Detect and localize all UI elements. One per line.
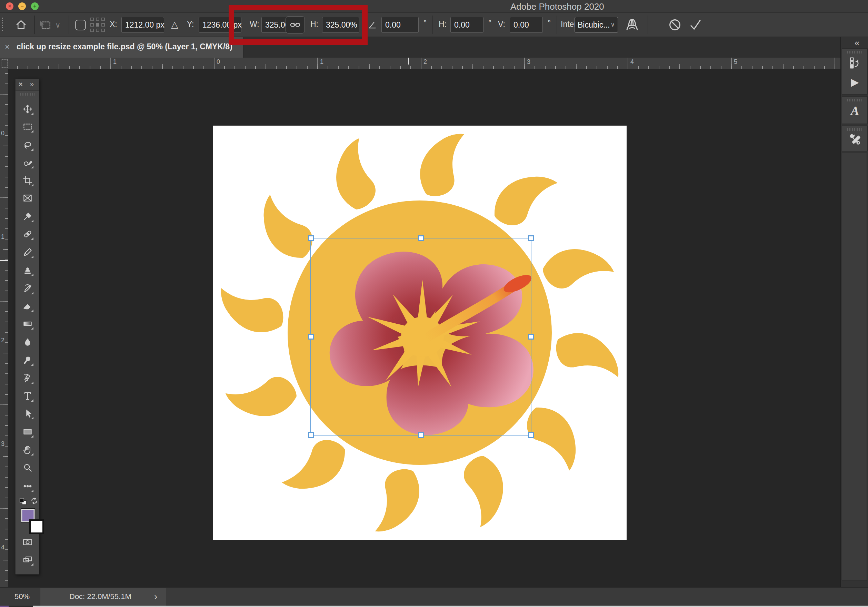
tools-panel-grip[interactable] [20,93,35,96]
ruler-label: 0 [1,130,5,137]
y-label: Y: [187,20,194,29]
document-size-box[interactable]: Doc: 22.0M/55.1M › [40,588,166,606]
move-tool-preset-icon[interactable] [39,19,53,31]
x-label: X: [110,20,117,29]
expand-panel-icon[interactable]: » [30,80,33,88]
dodge-tool[interactable] [22,354,34,366]
background-color-swatch[interactable] [29,519,44,534]
transform-handle-top-left[interactable] [308,235,314,241]
edit-toolbar-icon[interactable] [22,480,34,492]
document-tab[interactable]: × click up resize example file.psd @ 50%… [0,37,243,57]
ruler-label: 3 [1,440,5,447]
ruler-position-marker [408,57,409,65]
quick-mask-mode-button[interactable] [22,536,34,548]
panel-group-glyphs: A [842,96,868,124]
collapse-dock-icon[interactable]: « [854,37,858,48]
zoom-window-button[interactable]: + [31,2,39,10]
close-tab-icon[interactable]: × [5,42,10,52]
title-bar: × − + Adobe Photoshop 2020 [0,0,868,13]
horizontal-skew-label: H: [439,20,446,29]
chevron-right-icon[interactable]: › [154,591,157,602]
warp-mode-icon[interactable] [625,18,639,32]
rectangle-shape-tool[interactable] [22,425,34,438]
ruler-label: 1 [320,58,324,65]
vertical-skew-field[interactable]: 0.00 [510,17,543,33]
panel-group-tool-presets [842,126,868,151]
commit-transform-icon[interactable] [688,18,703,32]
zoom-tool[interactable] [22,461,34,474]
pen-tool[interactable] [22,372,34,384]
options-bar-grip[interactable] [2,18,3,32]
rectangular-marquee-tool[interactable] [22,120,34,133]
panel-grip[interactable] [847,51,862,53]
panel-grip[interactable] [847,99,862,101]
separator [34,16,35,34]
frame-tool[interactable] [22,192,34,204]
reference-point-locator[interactable] [90,18,105,33]
free-transform-bounding-box[interactable] [310,238,532,436]
v-skew-degree-unit: ° [548,18,551,28]
cancel-transform-icon[interactable] [668,18,682,32]
tools-panel: × » [15,79,39,574]
home-icon[interactable] [15,19,27,31]
tool-preset-caret[interactable]: ∨ [55,21,60,29]
toggle-reference-point-checkbox[interactable] [75,20,86,30]
glyphs-panel-icon[interactable]: A [848,104,862,117]
actions-panel-icon[interactable]: ▶ [848,76,862,88]
path-selection-tool[interactable] [22,407,34,420]
default-colors-icon[interactable] [19,497,28,506]
panel-dock: « ▶ A [840,37,868,587]
history-brush-tool[interactable] [22,282,34,295]
transform-handle-top-right[interactable] [528,235,534,241]
zoom-level-field[interactable]: 50% [14,592,29,601]
transform-handle-bottom-right[interactable] [528,432,534,438]
close-icon[interactable]: × [19,81,23,88]
panel-grip[interactable] [847,128,862,131]
tools-panel-header[interactable]: × » [16,79,39,91]
annotation-highlight-box [229,5,367,45]
gradient-tool[interactable] [22,317,34,330]
h-skew-degree-unit: ° [488,18,491,28]
hand-tool[interactable] [22,443,34,456]
brush-tool[interactable] [22,246,34,258]
separator [69,16,69,34]
blur-tool[interactable] [22,336,34,348]
tool-presets-panel-icon[interactable] [848,133,862,146]
ruler-origin-box[interactable] [0,57,8,69]
separator [432,16,433,34]
interpolation-dropdown[interactable]: Bicubic... ∨ [575,17,618,33]
ruler-label: 1 [113,58,116,65]
transform-handle-middle-left[interactable] [308,334,314,340]
rotation-field[interactable]: 0.00 [381,17,418,33]
swap-colors-icon[interactable] [30,497,39,506]
transform-handle-bottom-center[interactable] [418,432,424,438]
crop-tool[interactable] [22,174,34,187]
x-position-field[interactable]: 1212.00 px [121,17,164,33]
history-panel-icon[interactable] [848,56,862,69]
document-tab-title: click up resize example file.psd @ 50% (… [17,42,232,51]
ruler-label: 0 [217,58,220,65]
interpolation-value: Bicubic... [578,17,610,33]
minimize-window-button[interactable]: − [18,2,26,10]
canvas-workspace[interactable]: × » [8,69,840,587]
clone-stamp-tool[interactable] [22,264,34,276]
lasso-tool[interactable] [22,139,34,151]
rotation-angle-icon [367,20,377,30]
transform-handle-bottom-left[interactable] [308,432,314,438]
type-tool[interactable] [22,390,34,402]
horizontal-skew-field[interactable]: 0.00 [450,17,484,33]
transform-handle-middle-right[interactable] [528,334,534,340]
ruler-label: 3 [527,58,530,65]
photoshop-window: × − + Adobe Photoshop 2020 ∨ X: 1212.00 … [0,0,868,607]
screen-mode-button[interactable] [22,554,34,566]
eyedropper-tool[interactable] [22,210,34,223]
healing-brush-tool[interactable] [22,228,34,240]
transform-handle-top-center[interactable] [418,235,424,241]
ruler-label: 4 [630,58,634,65]
move-tool[interactable] [22,103,34,115]
close-window-button[interactable]: × [6,2,14,10]
ruler-label: 4 [1,544,5,551]
eraser-tool[interactable] [22,300,34,312]
object-selection-tool[interactable] [22,156,34,169]
relative-position-delta-icon[interactable]: △ [171,19,178,30]
